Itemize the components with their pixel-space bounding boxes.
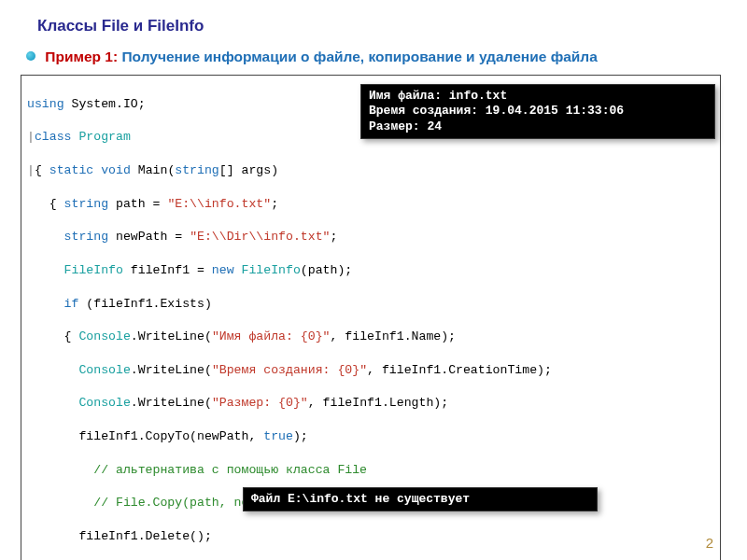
- page-number: 2: [706, 535, 713, 551]
- bullet-icon: [26, 51, 35, 61]
- code-token: string: [64, 230, 108, 244]
- code-token: [27, 363, 78, 377]
- code-token: fileInf1.CopyTo(newPath,: [27, 429, 263, 443]
- code-token: , fileInf1.Name);: [331, 329, 457, 343]
- code-token: .WriteLine(: [131, 329, 212, 343]
- code-token: {: [27, 329, 78, 343]
- code-token: "Время создания: {0}": [212, 363, 367, 377]
- code-token: string: [64, 197, 108, 211]
- code-token: Console: [78, 396, 130, 410]
- code-token: Console: [78, 329, 130, 343]
- code-token: Main(: [131, 163, 175, 177]
- code-token: new: [212, 263, 234, 277]
- code-token: {: [27, 197, 64, 211]
- code-token: string: [175, 163, 218, 177]
- code-token: .WriteLine(: [131, 363, 212, 377]
- code-token: FileInfo: [64, 263, 123, 277]
- code-token: [27, 396, 78, 410]
- code-token: "Имя файла: {0}": [212, 329, 331, 343]
- code-token: "Размер: {0}": [212, 396, 308, 410]
- code-token: (fileInf1.Exists): [78, 297, 211, 311]
- example-description: Получение информации о файле, копировани…: [121, 49, 597, 64]
- code-token: FileInfo: [242, 263, 301, 277]
- code-token: , fileInf1.Length);: [308, 396, 448, 410]
- code-token: );: [293, 429, 308, 443]
- code-token: |: [27, 130, 35, 144]
- code-token: "E:\\Dir\\info.txt": [190, 230, 330, 244]
- console-output-2: Файл E:\info.txt не существует: [243, 487, 598, 511]
- code-token: [27, 230, 64, 244]
- code-token: using: [27, 97, 64, 111]
- slide: Классы File и FileInfo Пример 1: Получен…: [0, 0, 747, 560]
- code-token: Console: [78, 363, 130, 377]
- code-token: [234, 263, 242, 277]
- code-token: , fileInf1.CreationTime);: [367, 363, 552, 377]
- code-token: fileInf1 =: [123, 263, 212, 277]
- code-token: Program: [78, 130, 130, 144]
- code-token: fileInf1.Delete();: [27, 529, 212, 543]
- code-token: System.IO;: [64, 97, 146, 111]
- code-token: [93, 163, 101, 177]
- code-token: void: [101, 163, 131, 177]
- console-output-1: Имя файла: info.txt Время создания: 19.0…: [360, 84, 715, 139]
- code-token: static: [49, 163, 93, 177]
- code-token: newPath =: [108, 230, 190, 244]
- code-token: "E:\\info.txt": [167, 197, 271, 211]
- example-heading: Пример 1: Получение информации о файле, …: [26, 49, 721, 65]
- code-token: ;: [271, 197, 278, 211]
- code-token: path =: [108, 197, 167, 211]
- code-token: (path);: [301, 263, 352, 277]
- example-label: Пример 1:: [45, 49, 118, 64]
- code-token: [27, 297, 64, 311]
- code-token: {: [35, 163, 49, 177]
- code-token: class: [35, 130, 72, 144]
- code-token: if: [64, 297, 79, 311]
- code-token: [] args): [219, 163, 278, 177]
- code-token: [27, 263, 64, 277]
- slide-title: Классы File и FileInfo: [37, 17, 721, 35]
- code-token: ;: [331, 230, 338, 244]
- code-token: |: [27, 163, 35, 177]
- code-token: true: [263, 429, 293, 443]
- code-comment: // альтернатива с помощью класса File: [27, 463, 367, 477]
- code-token: .WriteLine(: [131, 396, 212, 410]
